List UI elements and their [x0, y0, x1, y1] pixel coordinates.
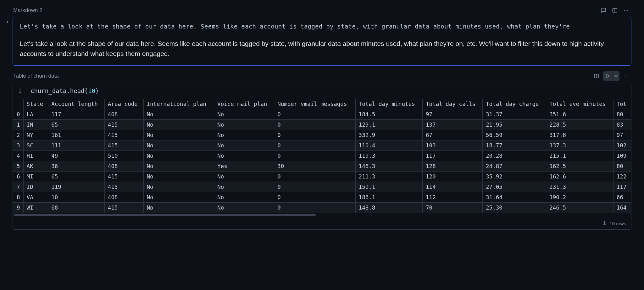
more-menu-button[interactable]: [621, 6, 631, 15]
code-line[interactable]: churn_data.head(10): [31, 87, 99, 94]
column-header[interactable]: International plan: [143, 99, 214, 109]
table-cell: No: [143, 140, 214, 151]
cell-title: Markdown 2: [13, 7, 42, 14]
table-row: 4HI49510NoNo0119.311720.28215.1109: [13, 151, 631, 161]
table-cell: 159.1: [355, 182, 422, 192]
table-cell: 109: [613, 151, 631, 161]
column-header[interactable]: Total day calls: [423, 99, 483, 109]
table-row: 0LA117408NoNo0184.59731.37351.680: [13, 109, 631, 120]
table-cell: 31.37: [483, 109, 546, 120]
table-cell: 31.64: [483, 192, 546, 203]
table-cell: 415: [104, 120, 143, 130]
row-index: 9: [13, 203, 23, 213]
table-cell: Yes: [214, 161, 274, 172]
table-cell: 129.1: [355, 120, 422, 130]
table-cell: 66: [613, 192, 631, 203]
markdown-cell-body[interactable]: Let's take a look at the shape of our da…: [13, 17, 631, 66]
table-cell: 83: [613, 120, 631, 130]
table-cell: AK: [23, 161, 48, 172]
table-cell: 184.5: [355, 109, 422, 120]
column-header[interactable]: Account length: [48, 99, 105, 109]
column-header[interactable]: Area code: [104, 99, 143, 109]
run-menu-button[interactable]: [613, 71, 619, 81]
row-count: 10 rows: [609, 221, 626, 226]
table-cell: 117: [613, 182, 631, 192]
row-index: 6: [13, 172, 23, 182]
table-cell: 0: [274, 151, 355, 161]
table-cell: 21.95: [483, 120, 546, 130]
horizontal-scrollbar[interactable]: [14, 214, 630, 217]
table-cell: 0: [274, 120, 355, 130]
column-header[interactable]: State: [23, 99, 48, 109]
column-header[interactable]: Number vmail messages: [274, 99, 355, 109]
table-cell: No: [214, 172, 274, 182]
table-cell: 110.4: [355, 140, 422, 151]
table-cell: NY: [23, 130, 48, 140]
cell-toolbar: [599, 6, 631, 15]
table-cell: 332.9: [355, 130, 422, 140]
table-cell: 35.92: [483, 172, 546, 182]
more-menu-button[interactable]: [621, 71, 631, 81]
table-cell: 65: [48, 120, 105, 130]
cell-toolbar: [592, 71, 631, 81]
table-cell: 0: [274, 203, 355, 213]
table-cell: 119.3: [355, 151, 422, 161]
svg-point-10: [626, 76, 626, 76]
table-cell: No: [214, 151, 274, 161]
markdown-source[interactable]: Let's take a look at the shape of our da…: [13, 17, 631, 33]
table-cell: 49: [48, 151, 105, 161]
table-cell: 120: [423, 172, 483, 182]
svg-point-3: [626, 10, 626, 11]
table-cell: 112: [423, 192, 483, 203]
table-cell: 20.28: [483, 151, 546, 161]
table-cell: ID: [23, 182, 48, 192]
table-cell: 317.8: [546, 130, 613, 140]
svg-point-9: [624, 76, 625, 76]
table-cell: 228.5: [546, 120, 613, 130]
code-editor[interactable]: 1 churn_data.head(10): [13, 83, 631, 99]
column-header[interactable]: Total day charge: [483, 99, 546, 109]
comment-button[interactable]: [599, 6, 608, 15]
table-cell: No: [143, 172, 214, 182]
markdown-rendered: Let's take a look at the shape of our da…: [13, 33, 631, 65]
table-cell: No: [143, 192, 214, 203]
scrollbar-thumb[interactable]: [14, 214, 316, 216]
table-cell: 415: [104, 130, 143, 140]
row-index: 7: [13, 182, 23, 192]
table-row: 3SC111415NoNo0110.410318.77137.3102: [13, 140, 631, 151]
row-index: 0: [13, 109, 23, 120]
table-cell: 162.5: [546, 161, 613, 172]
column-header[interactable]: Tot: [613, 99, 631, 109]
table-cell: 148.8: [355, 203, 422, 213]
table-cell: 117: [423, 151, 483, 161]
table-cell: HI: [23, 151, 48, 161]
column-header[interactable]: Total eve minutes: [546, 99, 613, 109]
row-index: 4: [13, 151, 23, 161]
table-cell: 103: [423, 140, 483, 151]
table-cell: 0: [274, 182, 355, 192]
table-cell: 164: [613, 203, 631, 213]
table-cell: 102: [613, 140, 631, 151]
table-cell: 146.3: [355, 161, 422, 172]
split-view-button[interactable]: [610, 6, 619, 15]
table-cell: 408: [104, 192, 143, 203]
table-cell: 25.30: [483, 203, 546, 213]
collapse-caret-icon[interactable]: [6, 20, 9, 25]
table-cell: 415: [104, 182, 143, 192]
row-index: 5: [13, 161, 23, 172]
table-cell: 18.77: [483, 140, 546, 151]
table-cell: 415: [104, 140, 143, 151]
table-cell: No: [143, 109, 214, 120]
download-icon[interactable]: [602, 221, 607, 226]
run-cell-button[interactable]: [603, 71, 613, 81]
table-cell: 161: [48, 130, 105, 140]
table-cell: 65: [48, 172, 105, 182]
column-header[interactable]: Total day minutes: [355, 99, 422, 109]
table-cell: 128: [423, 161, 483, 172]
table-cell: No: [214, 120, 274, 130]
column-header[interactable]: Voice mail plan: [214, 99, 274, 109]
table-cell: 408: [104, 161, 143, 172]
table-cell: No: [214, 182, 274, 192]
table-cell: No: [143, 151, 214, 161]
split-view-button[interactable]: [592, 71, 601, 81]
